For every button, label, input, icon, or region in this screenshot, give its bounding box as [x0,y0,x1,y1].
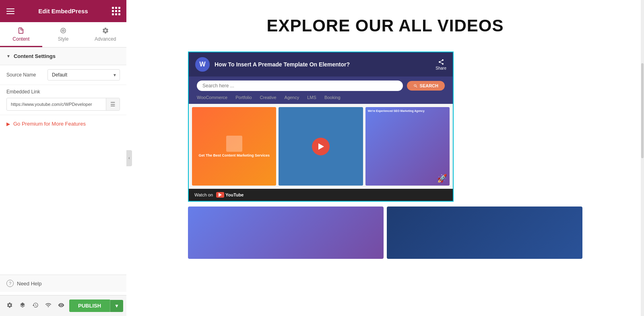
url-list-icon-button[interactable]: ☰ [106,98,120,110]
source-name-row: Source Name Default YouTube Vimeo Custom… [0,65,126,85]
nav-link-agency[interactable]: Agency [285,95,299,100]
bottom-bar: PUBLISH ▼ [0,295,126,316]
premium-arrow-icon: ▶ [6,121,10,127]
play-button[interactable] [312,138,330,155]
main-content: EXPLORE OUR ALL VIDEOS W How To Insert A… [126,0,644,316]
scrollbar-thumb [641,63,644,158]
embedded-link-row: Embedded Link ☰ [0,85,126,115]
hamburger-icon[interactable] [6,8,14,14]
yt-channel-logo: W [195,57,210,72]
panel-header: Edit EmbedPress [0,0,126,22]
embedded-link-label: Embedded Link [6,89,120,95]
yt-search-button[interactable]: SEARCH [407,81,445,91]
tab-content-label: Content [12,36,29,42]
bottom-card-2 [387,207,582,259]
publish-button[interactable]: PUBLISH [69,299,110,312]
video-card-play[interactable] [279,107,363,186]
card-1-text: Get The Best Content Marketing Services [198,153,270,157]
need-help-section: ? Need Help [0,275,126,292]
nav-link-booking[interactable]: Booking [324,95,341,100]
yt-search-input[interactable] [197,81,403,91]
embed-container: W How To Insert A Premade Template On El… [188,52,454,202]
premium-row: ▶ Go Premium for More Features [0,115,126,132]
source-name-label: Source Name [6,72,43,78]
publish-button-wrapper: PUBLISH ▼ [69,299,123,312]
yt-nav-links: WooCommerce Portfolio Creative Agency LM… [189,95,453,104]
youtube-embed: W How To Insert A Premade Template On El… [189,52,453,201]
embedded-link-input-wrapper: ☰ [6,98,120,111]
yt-video-title: How To Insert A Premade Template On Elem… [215,61,431,68]
panel-tabs: Content Style Advanced [0,22,126,48]
nav-link-portfolio[interactable]: Portfolio [235,95,252,100]
source-name-select-wrapper: Default YouTube Vimeo Custom ▼ [47,69,120,81]
source-name-select[interactable]: Default YouTube Vimeo Custom [47,69,120,81]
video-card-3[interactable]: We're Experienced SEO Marketing Agency 🚀 [365,107,450,186]
yt-top-bar: W How To Insert A Premade Template On El… [189,52,453,76]
panel-title: Edit EmbedPress [38,8,88,14]
share-label: Share [436,66,446,70]
rocket-icon: 🚀 [368,173,447,183]
yt-watch-bar: Watch on YouTube [189,189,453,201]
watch-on-label: Watch on [194,192,213,197]
tab-style[interactable]: Style [42,22,85,47]
nav-link-woocommerce[interactable]: WooCommerce [197,95,227,100]
help-icon: ? [6,280,14,287]
tab-content[interactable]: Content [0,22,42,47]
search-button-label: SEARCH [420,83,438,88]
youtube-name: YouTube [225,192,244,197]
youtube-logo: YouTube [216,192,244,198]
content-settings-label: Content Settings [14,53,56,59]
responsive-icon-button[interactable] [43,300,53,312]
tab-style-label: Style [58,36,69,42]
embedded-link-input[interactable] [7,99,106,109]
settings-icon-button[interactable] [5,300,14,312]
grid-icon[interactable] [112,7,120,15]
tab-advanced-label: Advanced [95,36,116,42]
card-3-text: We're Experienced SEO Marketing Agency [368,109,447,112]
content-settings-section[interactable]: ▼ Content Settings [0,48,126,65]
yt-share-button[interactable]: Share [436,59,446,70]
yt-search-bar: SEARCH [189,76,453,95]
right-scrollbar[interactable] [641,0,644,316]
bottom-cards-row [188,207,582,259]
layers-icon-button[interactable] [18,300,27,312]
bottom-card-1 [188,207,384,259]
history-icon-button[interactable] [31,300,40,312]
chevron-down-icon: ▼ [6,54,10,58]
card-1-thumbnail [226,136,242,152]
collapse-panel-handle[interactable]: ‹ [126,150,132,166]
left-panel: Edit EmbedPress Content Style Advanced ▼ [0,0,126,316]
main-inner: EXPLORE OUR ALL VIDEOS W How To Insert A… [164,0,607,275]
need-help-label: Need Help [17,281,41,287]
eye-icon-button[interactable] [56,300,66,312]
video-card-1[interactable]: Get The Best Content Marketing Services [192,107,276,186]
yt-videos-grid: Get The Best Content Marketing Services … [189,104,453,189]
page-main-title: EXPLORE OUR ALL VIDEOS [188,16,582,35]
youtube-icon [216,192,224,198]
nav-link-creative[interactable]: Creative [260,95,277,100]
premium-link[interactable]: Go Premium for More Features [13,121,86,127]
publish-dropdown-button[interactable]: ▼ [110,300,123,312]
nav-link-lms[interactable]: LMS [307,95,316,100]
tab-advanced[interactable]: Advanced [84,22,126,47]
